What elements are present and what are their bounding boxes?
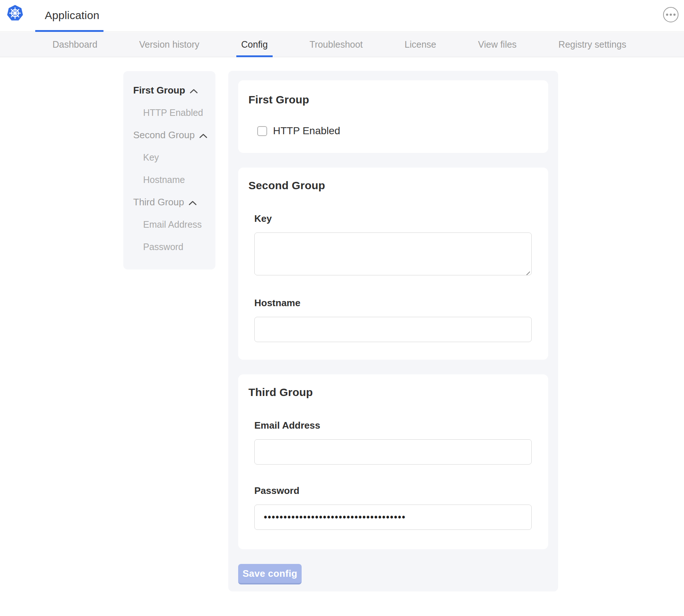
config-card-first-group: First Group HTTP Enabled bbox=[238, 80, 548, 153]
ellipsis-dot bbox=[666, 14, 668, 16]
config-panel: First Group HTTP Enabled Second Group Ke… bbox=[228, 71, 558, 591]
sidebar-item-password[interactable]: Password bbox=[133, 236, 215, 258]
tab-config[interactable]: Config bbox=[236, 32, 272, 57]
kubernetes-logo-icon bbox=[7, 4, 23, 21]
password-input[interactable] bbox=[254, 505, 532, 530]
chevron-up-icon bbox=[189, 201, 197, 205]
key-field: Key bbox=[254, 213, 532, 277]
sidebar-group-third-group[interactable]: Third Group bbox=[133, 191, 215, 213]
email-address-label: Email Address bbox=[254, 420, 532, 431]
config-card-second-group: Second Group Key Hostname bbox=[238, 168, 548, 360]
password-label: Password bbox=[254, 485, 532, 496]
admin-console-page: Application Dashboard Version history Co… bbox=[0, 0, 684, 616]
sidebar-group-second-group[interactable]: Second Group bbox=[133, 124, 215, 146]
ellipsis-menu-button[interactable] bbox=[663, 7, 678, 22]
config-group-title: Second Group bbox=[248, 179, 538, 192]
sidebar-group-first-group[interactable]: First Group bbox=[133, 79, 215, 102]
tab-registry-settings[interactable]: Registry settings bbox=[554, 32, 631, 57]
sidebar-group-label: First Group bbox=[133, 85, 185, 96]
chevron-up-icon bbox=[190, 89, 198, 94]
http-enabled-checkbox[interactable] bbox=[257, 126, 267, 136]
tab-dashboard[interactable]: Dashboard bbox=[48, 32, 102, 57]
tab-troubleshoot[interactable]: Troubleshoot bbox=[305, 32, 368, 57]
tab-version-history[interactable]: Version history bbox=[134, 32, 204, 57]
ellipsis-dot bbox=[670, 14, 672, 16]
sidebar-item-key[interactable]: Key bbox=[133, 146, 215, 169]
config-card-third-group: Third Group Email Address Password bbox=[238, 374, 548, 549]
sidebar-item-email-address[interactable]: Email Address bbox=[133, 213, 215, 236]
hostname-field: Hostname bbox=[254, 297, 532, 342]
password-field: Password bbox=[254, 485, 532, 530]
tab-view-files[interactable]: View files bbox=[473, 32, 521, 57]
config-group-sidebar: First Group HTTP Enabled Second Group Ke… bbox=[123, 71, 215, 270]
config-group-title: First Group bbox=[248, 94, 538, 106]
chevron-up-icon bbox=[199, 133, 207, 138]
http-enabled-field: HTTP Enabled bbox=[257, 125, 538, 137]
hostname-input[interactable] bbox=[254, 317, 532, 342]
http-enabled-label[interactable]: HTTP Enabled bbox=[273, 125, 340, 137]
app-nav-tabs: Dashboard Version history Config Trouble… bbox=[0, 32, 684, 57]
sidebar-item-hostname[interactable]: Hostname bbox=[133, 169, 215, 191]
app-title-tab[interactable]: Application bbox=[45, 0, 99, 31]
app-header: Application bbox=[0, 0, 684, 32]
sidebar-group-label: Third Group bbox=[133, 197, 184, 208]
key-textarea[interactable] bbox=[254, 232, 532, 275]
hostname-label: Hostname bbox=[254, 297, 532, 309]
ellipsis-dot bbox=[673, 14, 676, 16]
save-config-button[interactable]: Save config bbox=[238, 564, 302, 584]
sidebar-item-http-enabled[interactable]: HTTP Enabled bbox=[133, 102, 215, 124]
key-label: Key bbox=[254, 213, 532, 224]
email-address-field: Email Address bbox=[254, 420, 532, 465]
config-group-title: Third Group bbox=[248, 386, 538, 399]
email-address-input[interactable] bbox=[254, 439, 532, 465]
active-app-underline bbox=[35, 30, 103, 32]
tab-license[interactable]: License bbox=[400, 32, 441, 57]
sidebar-group-label: Second Group bbox=[133, 129, 195, 141]
